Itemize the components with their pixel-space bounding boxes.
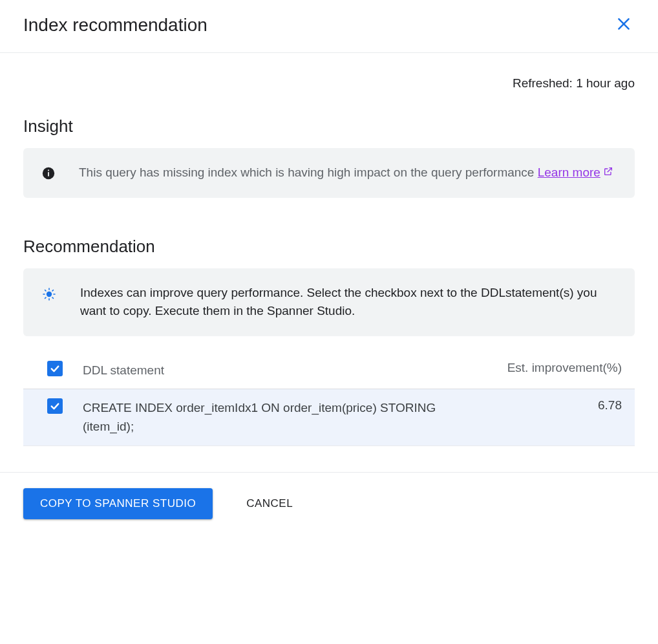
svg-rect-3	[48, 172, 49, 176]
lightbulb-icon	[41, 284, 57, 302]
svg-line-12	[52, 297, 53, 298]
copy-to-spanner-studio-button[interactable]: COPY TO SPANNER STUDIO	[23, 488, 213, 519]
svg-rect-4	[48, 170, 49, 171]
svg-point-6	[47, 291, 52, 296]
learn-more-link[interactable]: Learn more	[538, 164, 613, 182]
insight-heading: Insight	[23, 116, 635, 136]
dialog-header: Index recommendation	[0, 0, 658, 53]
recommendation-heading: Recommendation	[23, 237, 635, 257]
svg-line-5	[608, 168, 612, 173]
svg-line-14	[52, 290, 53, 290]
table-header-row: DDL statement Est. improvement(%)	[23, 352, 635, 389]
insight-box: This query has missing index which is ha…	[23, 148, 635, 198]
dialog-footer: COPY TO SPANNER STUDIO CANCEL	[0, 472, 658, 535]
select-all-checkbox[interactable]	[47, 361, 63, 376]
insight-text: This query has missing index which is ha…	[79, 164, 613, 182]
info-icon	[41, 164, 56, 180]
select-all-cell	[45, 361, 65, 376]
row-improvement: 6.78	[480, 398, 622, 413]
recommendation-text: Indexes can improve query performance. S…	[80, 284, 617, 321]
dialog-title: Index recommendation	[23, 15, 207, 36]
column-header-improvement: Est. improvement(%)	[480, 361, 622, 375]
recommendation-box: Indexes can improve query performance. S…	[23, 268, 635, 336]
learn-more-label: Learn more	[538, 164, 600, 182]
cancel-button[interactable]: CANCEL	[241, 488, 298, 519]
insight-text-content: This query has missing index which is ha…	[79, 166, 538, 179]
close-icon	[615, 16, 632, 34]
close-button[interactable]	[613, 13, 635, 37]
row-checkbox-cell	[45, 398, 65, 414]
index-recommendation-dialog: Index recommendation Refreshed: 1 hour a…	[0, 0, 658, 535]
table-row: CREATE INDEX order_itemIdx1 ON order_ite…	[23, 389, 635, 445]
row-checkbox[interactable]	[47, 398, 63, 414]
column-header-ddl: DDL statement	[83, 361, 462, 380]
refreshed-label: Refreshed: 1 hour ago	[23, 53, 635, 101]
dialog-body: Refreshed: 1 hour ago Insight This query…	[0, 53, 658, 472]
external-link-icon	[603, 164, 613, 182]
svg-line-11	[45, 290, 46, 290]
row-ddl-statement: CREATE INDEX order_itemIdx1 ON order_ite…	[83, 398, 462, 436]
svg-line-13	[45, 297, 46, 298]
ddl-table: DDL statement Est. improvement(%) CREATE…	[23, 352, 635, 446]
